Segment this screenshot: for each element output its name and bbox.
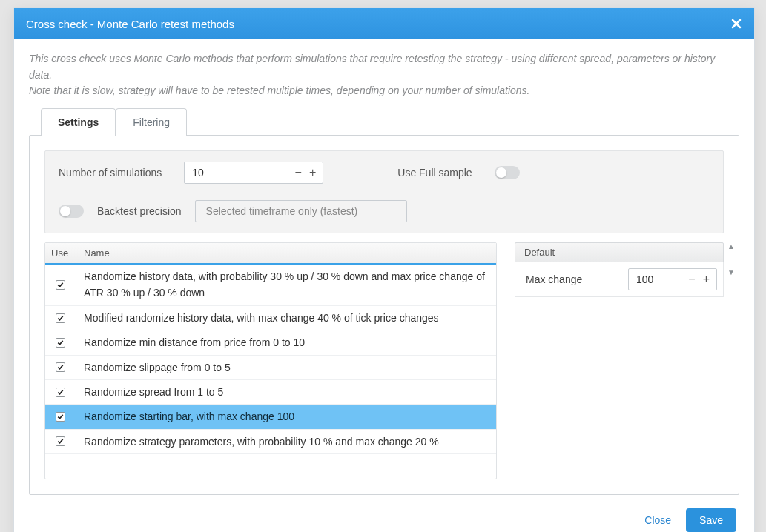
tab-settings[interactable]: Settings (41, 108, 116, 136)
methods-table: Use Name Randomize history data, with pr… (44, 242, 497, 479)
main-area: Use Name Randomize history data, with pr… (44, 242, 724, 479)
num-simulations-stepper[interactable]: 10 − + (184, 162, 323, 184)
settings-top-panel: Number of simulations 10 − + Use Full sa… (44, 150, 724, 233)
method-name: Randomize history data, with probability… (76, 265, 496, 305)
table-row[interactable]: Randomize history data, with probability… (45, 265, 496, 306)
details-label: Max change (521, 273, 582, 285)
backtest-precision-label: Backtest precision (97, 205, 182, 217)
use-checkbox[interactable] (56, 362, 65, 372)
col-header-name: Name (76, 243, 496, 263)
table-row[interactable]: Randomize starting bar, with max change … (45, 405, 496, 429)
table-row[interactable]: Randomize min distance from price from 0… (45, 330, 496, 355)
stepper-plus-icon[interactable]: + (307, 166, 318, 179)
use-cell (45, 359, 76, 375)
table-row[interactable]: Randomize slippage from 0 to 5 (45, 356, 496, 380)
use-checkbox[interactable] (56, 436, 65, 446)
stepper-minus-icon[interactable]: − (686, 273, 697, 286)
modal-dialog: Cross check - Monte Carlo retest methods… (13, 7, 755, 532)
use-cell (45, 335, 76, 350)
use-checkbox[interactable] (56, 313, 65, 323)
use-cell (45, 433, 76, 449)
methods-table-header: Use Name (45, 243, 496, 265)
description-line-2: Note that it is slow, strategy will have… (29, 84, 529, 96)
methods-table-body: Randomize history data, with probability… (45, 265, 496, 454)
use-checkbox[interactable] (56, 338, 65, 348)
save-button[interactable]: Save (686, 508, 736, 532)
chevron-up-icon[interactable]: ▲ (727, 242, 736, 250)
details-header: Default (515, 242, 724, 262)
use-full-sample-label: Use Full sample (397, 167, 472, 179)
use-full-sample-toggle[interactable] (495, 166, 520, 179)
stepper-minus-icon[interactable]: − (293, 166, 304, 179)
use-checkbox[interactable] (56, 388, 65, 397)
use-cell (45, 277, 76, 293)
details-body: Max change 100 − + (515, 262, 724, 297)
method-name: Randomize slippage from 0 to 5 (76, 356, 496, 379)
col-header-use: Use (45, 243, 76, 263)
method-name: Randomize starting bar, with max change … (76, 405, 496, 428)
description-text: This cross check uses Monte Carlo method… (29, 51, 739, 99)
use-cell (45, 409, 76, 425)
tabs-bar: Settings Filtering (41, 108, 739, 135)
modal-footer: Close Save (14, 495, 754, 532)
modal-body: This cross check uses Monte Carlo method… (14, 39, 754, 495)
num-simulations-label: Number of simulations (59, 167, 162, 179)
tab-filtering[interactable]: Filtering (116, 108, 187, 136)
close-link[interactable]: Close (644, 514, 671, 526)
method-name: Randomize spread from 1 to 5 (76, 380, 496, 404)
backtest-precision-toggle[interactable] (59, 205, 84, 218)
backtest-precision-select[interactable]: Selected timeframe only (fastest) (195, 200, 407, 222)
details-panel: Default Max change 100 − + (515, 242, 724, 479)
details-value-stepper[interactable]: 100 − + (628, 268, 717, 290)
use-cell (45, 310, 76, 326)
use-checkbox[interactable] (56, 412, 65, 422)
num-simulations-value: 10 (192, 167, 204, 179)
chevron-down-icon[interactable]: ▼ (727, 268, 736, 276)
method-name: Modified randomize history data, with ma… (76, 306, 496, 330)
use-checkbox[interactable] (56, 280, 65, 290)
modal-title: Cross check - Monte Carlo retest methods (26, 18, 234, 30)
details-value: 100 (636, 273, 653, 285)
tab-panel-settings: Number of simulations 10 − + Use Full sa… (29, 135, 739, 495)
method-name: Randomize strategy parameters, with prob… (76, 430, 496, 453)
table-row[interactable]: Randomize spread from 1 to 5 (45, 380, 496, 405)
table-row[interactable]: Randomize strategy parameters, with prob… (45, 430, 496, 454)
description-line-1: This cross check uses Monte Carlo method… (29, 53, 715, 81)
table-row[interactable]: Modified randomize history data, with ma… (45, 306, 496, 330)
stepper-plus-icon[interactable]: + (701, 273, 712, 286)
method-name: Randomize min distance from price from 0… (76, 330, 496, 354)
use-cell (45, 385, 76, 400)
modal-header: Cross check - Monte Carlo retest methods (14, 8, 754, 39)
details-scroll-arrows: ▲ ▼ (727, 242, 736, 276)
close-icon[interactable] (729, 16, 744, 31)
